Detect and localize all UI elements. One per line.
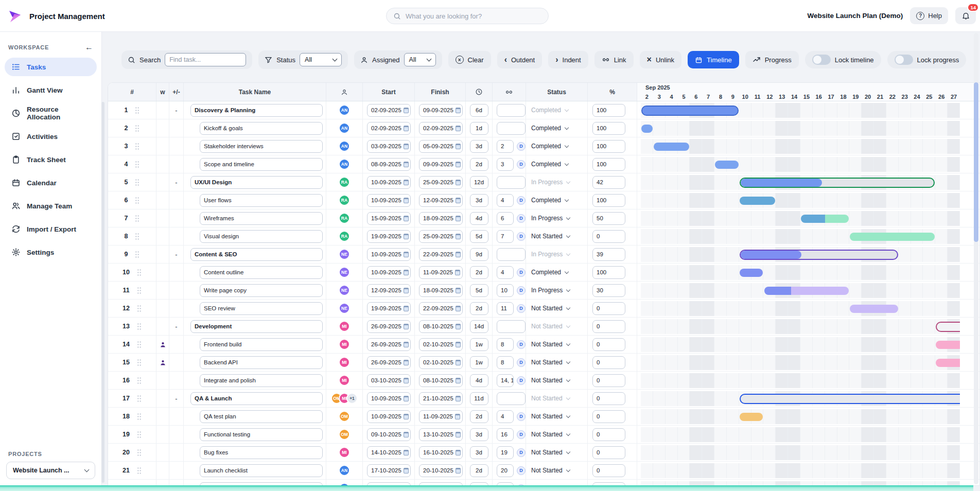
calendar-icon[interactable] xyxy=(456,306,461,311)
gantt-bar[interactable] xyxy=(764,287,849,295)
calendar-icon[interactable] xyxy=(456,378,461,383)
notifications-button[interactable]: 14 xyxy=(955,7,976,24)
sidebar-item-calendar[interactable]: Calendar xyxy=(5,173,97,192)
start-date-input[interactable]: 15-09-2025 xyxy=(367,212,411,225)
finish-date-input[interactable]: 08-10-2025 xyxy=(419,320,463,333)
calendar-icon[interactable] xyxy=(456,252,461,257)
finish-date-input[interactable]: 09-09-2025 xyxy=(419,158,463,171)
dependency-input[interactable]: 4 xyxy=(497,266,514,279)
dependency-type-button[interactable]: D xyxy=(517,448,526,457)
unlink-button[interactable]: × Unlink xyxy=(640,51,681,68)
start-date-input[interactable]: 02-09-2025 xyxy=(367,104,411,117)
percent-input[interactable]: 0 xyxy=(592,428,625,441)
task-name-input[interactable]: Integrate and polish xyxy=(200,374,323,387)
task-name-input[interactable]: Content & SEO xyxy=(190,248,323,261)
calendar-icon[interactable] xyxy=(404,414,409,419)
start-date-input[interactable]: 10-09-2025 xyxy=(367,410,411,423)
drag-handle-icon[interactable] xyxy=(137,287,142,294)
task-name-input[interactable]: Stakeholder interviews xyxy=(200,140,323,153)
percent-input[interactable]: 50 xyxy=(592,212,625,225)
calendar-icon[interactable] xyxy=(404,234,409,239)
dependency-input[interactable] xyxy=(497,248,526,261)
sidebar-item-resource-allocation[interactable]: Resource Allocation xyxy=(5,104,97,122)
dependency-input[interactable]: 6 xyxy=(497,212,514,225)
status-select[interactable]: Completed xyxy=(526,191,588,209)
timeline-button[interactable]: Timeline xyxy=(688,51,739,68)
start-date-input[interactable]: 17-10-2025 xyxy=(367,464,411,477)
dependency-input[interactable] xyxy=(497,122,526,135)
start-date-input[interactable]: 10-09-2025 xyxy=(367,392,411,405)
collapse-toggle[interactable]: - xyxy=(175,251,177,258)
task-name-input[interactable]: Bug fixes xyxy=(200,446,323,459)
percent-input[interactable]: 100 xyxy=(592,266,625,279)
calendar-icon[interactable] xyxy=(404,180,409,185)
gantt-bar[interactable] xyxy=(654,143,690,151)
calendar-icon[interactable] xyxy=(456,180,461,185)
finish-date-input[interactable]: 05-09-2025 xyxy=(419,140,463,153)
finish-date-input[interactable]: 02-09-2025 xyxy=(419,122,463,135)
gantt-bar[interactable] xyxy=(740,250,898,260)
drag-handle-icon[interactable] xyxy=(135,107,139,114)
calendar-icon[interactable] xyxy=(456,108,461,113)
task-search-input[interactable] xyxy=(169,56,241,63)
gantt-bar[interactable] xyxy=(801,215,849,223)
dependency-type-button[interactable]: D xyxy=(517,358,526,367)
duration-input[interactable]: 3d xyxy=(470,446,488,459)
start-date-input[interactable]: 10-09-2025 xyxy=(367,248,411,261)
dependency-input[interactable]: 14, 1 xyxy=(497,374,514,387)
duration-input[interactable]: 4d xyxy=(470,374,488,387)
duration-input[interactable]: 1d xyxy=(470,122,488,135)
status-select[interactable]: Not Started xyxy=(526,227,588,245)
dependency-type-button[interactable]: D xyxy=(517,160,526,169)
lock-timeline-toggle[interactable]: Lock timeline xyxy=(805,51,881,68)
calendar-icon[interactable] xyxy=(456,144,461,149)
duration-input[interactable]: 1w xyxy=(470,356,488,369)
duration-input[interactable]: 2d xyxy=(470,464,488,477)
start-date-input[interactable]: 02-09-2025 xyxy=(367,122,411,135)
finish-date-input[interactable]: 09-09-2025 xyxy=(419,104,463,117)
gantt-bar[interactable] xyxy=(715,161,739,169)
percent-input[interactable]: 42 xyxy=(592,176,625,189)
percent-input[interactable]: 100 xyxy=(592,194,625,207)
calendar-icon[interactable] xyxy=(404,162,409,167)
calendar-icon[interactable] xyxy=(456,468,461,474)
finish-date-input[interactable]: 02-10-2025 xyxy=(419,356,463,369)
calendar-icon[interactable] xyxy=(404,144,409,149)
collapse-toggle[interactable]: - xyxy=(175,179,177,186)
collapse-toggle[interactable]: - xyxy=(175,107,177,114)
status-select[interactable]: Not Started xyxy=(526,354,588,371)
percent-input[interactable]: 39 xyxy=(592,248,625,261)
calendar-icon[interactable] xyxy=(456,288,461,293)
finish-date-input[interactable]: 16-10-2025 xyxy=(419,446,463,459)
drag-handle-icon[interactable] xyxy=(137,359,142,366)
start-date-input[interactable]: 10-09-2025 xyxy=(367,194,411,207)
dependency-input[interactable]: 8 xyxy=(497,338,514,351)
dependency-input[interactable] xyxy=(497,320,526,333)
sidebar-item-settings[interactable]: Settings xyxy=(5,243,97,261)
finish-date-input[interactable]: 18-09-2025 xyxy=(419,284,463,297)
global-search[interactable] xyxy=(386,8,549,24)
start-date-input[interactable]: 03-09-2025 xyxy=(367,140,411,153)
drag-handle-icon[interactable] xyxy=(137,413,142,420)
status-select[interactable]: Not Started xyxy=(526,372,588,389)
collapse-toggle[interactable]: - xyxy=(175,395,177,402)
assigned-filter-select[interactable]: All xyxy=(404,53,436,66)
duration-input[interactable]: 2d xyxy=(470,410,488,423)
calendar-icon[interactable] xyxy=(404,108,409,113)
percent-input[interactable]: 0 xyxy=(592,338,625,351)
calendar-icon[interactable] xyxy=(455,270,460,275)
status-select[interactable]: Not Started xyxy=(526,336,588,353)
collapse-toggle[interactable]: - xyxy=(175,323,177,330)
finish-date-input[interactable]: 25-09-2025 xyxy=(419,230,463,243)
finish-date-input[interactable]: 12-09-2025 xyxy=(419,194,463,207)
status-select[interactable]: In Progress xyxy=(526,246,588,263)
calendar-icon[interactable] xyxy=(456,360,461,365)
drag-handle-icon[interactable] xyxy=(135,179,139,186)
task-name-input[interactable]: Frontend build xyxy=(200,338,323,351)
start-date-input[interactable]: 14-10-2025 xyxy=(367,446,411,459)
status-select[interactable]: Not Started xyxy=(526,444,588,461)
dependency-input[interactable] xyxy=(497,104,526,117)
status-select[interactable]: Completed xyxy=(526,119,588,137)
duration-input[interactable]: 2d xyxy=(470,302,488,315)
start-date-input[interactable]: 26-09-2025 xyxy=(367,356,411,369)
